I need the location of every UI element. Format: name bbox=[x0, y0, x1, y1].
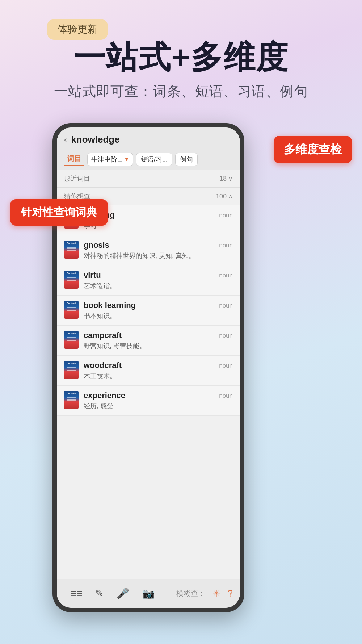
list-item[interactable]: Oxford experience 经历; 感受 noun bbox=[57, 386, 240, 416]
dict-icon: Oxford bbox=[64, 301, 79, 319]
word-info: campcraft 野营知识, 野营技能。 bbox=[84, 331, 214, 350]
title-section: 一站式+多维度 一站式即可查：词条、短语、习语、例句 bbox=[0, 40, 362, 101]
guess-count[interactable]: 100 ∧ bbox=[216, 192, 233, 200]
tabs-row: 词目 牛津中阶... ▼ 短语/习... 例句 bbox=[57, 150, 240, 170]
chevron-down-icon: ∨ bbox=[228, 175, 233, 183]
examples-tab[interactable]: 例句 bbox=[175, 153, 198, 166]
edit-icon[interactable]: ✎ bbox=[95, 587, 104, 599]
word-pos: noun bbox=[219, 272, 233, 279]
list-item[interactable]: Oxford campcraft 野营知识, 野营技能。 noun bbox=[57, 326, 240, 356]
dict-icon: Oxford bbox=[64, 241, 79, 259]
word-name: experience bbox=[84, 391, 214, 400]
help-icon[interactable]: ? bbox=[228, 588, 233, 599]
bottom-toolbar: ≡≡ ✎ 🎤 📷 模糊查： ✳ ? bbox=[57, 579, 240, 608]
badge: 体验更新 bbox=[47, 19, 108, 40]
similar-count[interactable]: 18 ∨ bbox=[219, 175, 233, 183]
back-button[interactable]: ‹ bbox=[64, 135, 67, 145]
asterisk-icon[interactable]: ✳ bbox=[212, 588, 220, 599]
word-name: book learning bbox=[84, 301, 214, 310]
dict-icon: Oxford bbox=[64, 361, 79, 379]
toolbar-right: 模糊查： ✳ ? bbox=[169, 588, 240, 599]
word-info: virtu 艺术造诣。 bbox=[84, 271, 214, 290]
search-word: knowledge bbox=[71, 134, 233, 145]
word-name: virtu bbox=[84, 271, 214, 280]
word-cn: 经历; 感受 bbox=[84, 402, 214, 410]
phrases-tab[interactable]: 短语/习... bbox=[136, 153, 172, 166]
mic-icon[interactable]: 🎤 bbox=[117, 587, 129, 599]
tooltip-targeted: 针对性查询词典 bbox=[10, 199, 108, 226]
word-cn: 艺术造诣。 bbox=[84, 281, 214, 290]
word-cn: 对神秘的精神世界的知识, 灵知, 真知。 bbox=[84, 251, 214, 260]
word-info: book learning 书本知识。 bbox=[84, 301, 214, 320]
word-pos: noun bbox=[219, 302, 233, 309]
word-pos: noun bbox=[219, 362, 233, 369]
camera-icon[interactable]: 📷 bbox=[142, 587, 155, 599]
phone-mockup: ‹ knowledge 词目 牛津中阶... ▼ 短语/习... 例句 形近词目… bbox=[52, 123, 244, 612]
word-cn: 野营知识, 野营技能。 bbox=[84, 342, 214, 350]
word-pos: noun bbox=[219, 392, 233, 400]
toolbar-left: ≡≡ ✎ 🎤 📷 bbox=[57, 587, 169, 599]
word-name: campcraft bbox=[84, 331, 214, 340]
dict-icon: Oxford bbox=[64, 271, 79, 289]
word-name: woodcraft bbox=[84, 361, 214, 370]
word-entries-list: Oxford learning 学习 noun Oxford bbox=[57, 205, 240, 416]
list-item[interactable]: Oxford virtu 艺术造诣。 noun bbox=[57, 265, 240, 296]
dict-icon: Oxford bbox=[64, 331, 79, 349]
list-item[interactable]: Oxford gnosis 对神秘的精神世界的知识, 灵知, 真知。 noun bbox=[57, 235, 240, 265]
word-cn: 书本知识。 bbox=[84, 311, 214, 320]
search-header: ‹ knowledge bbox=[57, 127, 240, 150]
word-cn: 木工技术。 bbox=[84, 372, 214, 380]
chevron-up-icon: ∧ bbox=[228, 192, 233, 200]
word-info: experience 经历; 感受 bbox=[84, 391, 214, 410]
tab-active[interactable]: 词目 bbox=[64, 152, 84, 166]
select-arrow-icon: ▼ bbox=[124, 156, 129, 162]
word-pos: noun bbox=[219, 332, 233, 339]
tooltip-multidim: 多维度查检 bbox=[274, 136, 352, 163]
dict-icon: Oxford bbox=[64, 391, 79, 409]
word-info: woodcraft 木工技术。 bbox=[84, 361, 214, 380]
list-item[interactable]: Oxford woodcraft 木工技术。 noun bbox=[57, 356, 240, 386]
sub-title: 一站式即可查：词条、短语、习语、例句 bbox=[0, 82, 362, 101]
dictionary-select[interactable]: 牛津中阶... ▼ bbox=[87, 153, 133, 166]
fuzzy-label: 模糊查： bbox=[176, 589, 205, 598]
main-title: 一站式+多维度 bbox=[0, 40, 362, 75]
word-pos: noun bbox=[219, 242, 233, 249]
list-item[interactable]: Oxford book learning 书本知识。 noun bbox=[57, 296, 240, 326]
word-info: gnosis 对神秘的精神世界的知识, 灵知, 真知。 bbox=[84, 241, 214, 260]
similar-section-header: 形近词目 18 ∨ bbox=[57, 170, 240, 188]
menu-icon[interactable]: ≡≡ bbox=[71, 588, 83, 599]
word-name: gnosis bbox=[84, 241, 214, 250]
similar-label: 形近词目 bbox=[64, 174, 90, 183]
word-pos: noun bbox=[219, 212, 233, 219]
